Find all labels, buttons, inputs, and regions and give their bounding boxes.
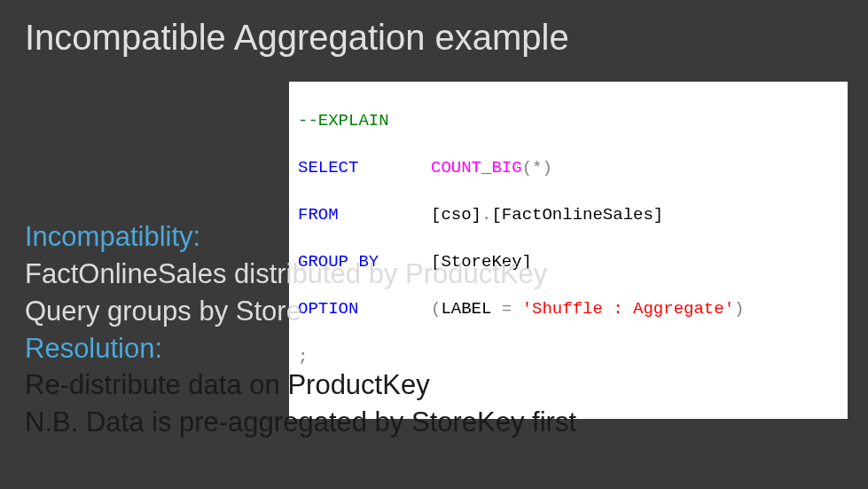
resolution-line: N.B. Data is pre-aggregated by StoreKey …	[25, 404, 576, 441]
code-keyword-select: SELECT	[298, 158, 358, 177]
code-paren: (	[522, 158, 532, 177]
code-paren: )	[542, 158, 551, 177]
incompatibility-label: Incompatiblity:	[25, 218, 576, 256]
incompatibility-line: FactOnlineSales distributed by ProductKe…	[25, 256, 576, 293]
incompatibility-line: Query groups by Store	[25, 293, 576, 330]
slide-title: Incompatible Aggregation example	[25, 18, 843, 58]
code-paren: )	[734, 299, 744, 319]
slide-body: Incompatiblity: FactOnlineSales distribu…	[25, 218, 576, 441]
resolution-label: Resolution:	[25, 330, 576, 367]
code-func: COUNT_BIG	[431, 158, 522, 177]
code-comment: --EXPLAIN	[298, 111, 389, 130]
code-star: *	[532, 158, 542, 177]
resolution-line: Re-distribute data on ProductKey	[25, 367, 576, 404]
slide-container: Incompatible Aggregation example --EXPLA…	[0, 0, 868, 489]
